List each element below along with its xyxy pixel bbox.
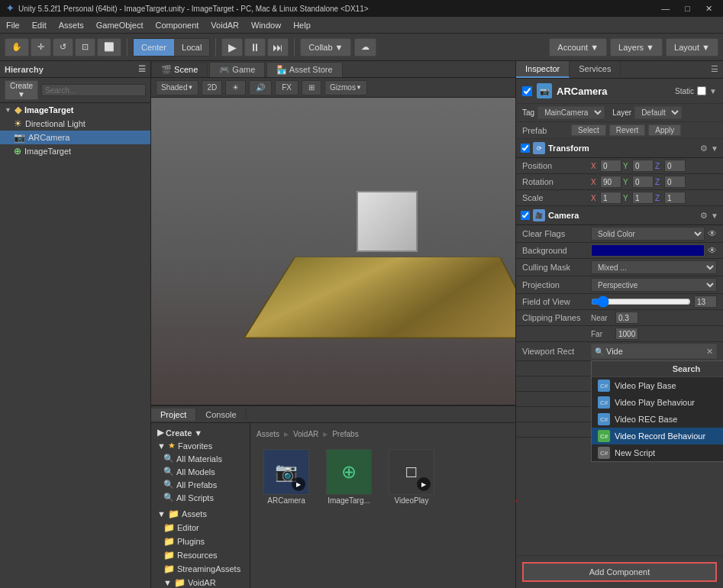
transform-active[interactable] bbox=[521, 144, 530, 153]
add-component-btn[interactable]: Add Component bbox=[522, 562, 717, 582]
menu-item-file[interactable]: File bbox=[0, 19, 26, 31]
inspector-tab[interactable]: Inspector bbox=[516, 61, 570, 78]
sidebar-plugins[interactable]: 📁 Plugins bbox=[154, 535, 247, 548]
rot-x-input[interactable]: 90 bbox=[600, 176, 621, 188]
hierarchy-item-imagetarget[interactable]: ⊕ ImageTarget bbox=[0, 144, 150, 158]
projection-select[interactable]: Perspective bbox=[591, 278, 717, 292]
fx-btn[interactable]: FX bbox=[275, 80, 299, 95]
scale-tool[interactable]: ⊡ bbox=[75, 38, 95, 57]
move-tool[interactable]: ✛ bbox=[31, 38, 51, 57]
hand-tool[interactable]: ✋ bbox=[5, 38, 29, 57]
menu-item-voidar[interactable]: VoidAR bbox=[205, 19, 245, 31]
tag-select[interactable]: MainCamera bbox=[537, 106, 605, 119]
menu-item-help[interactable]: Help bbox=[287, 19, 317, 31]
culling-select[interactable]: Mixed ... bbox=[591, 260, 717, 274]
play-button[interactable]: ▶ bbox=[221, 38, 243, 57]
pause-button[interactable]: ⏸ bbox=[244, 38, 266, 57]
fov-slider[interactable] bbox=[591, 297, 691, 306]
hierarchy-create-btn[interactable]: Create ▼ bbox=[5, 80, 38, 100]
layout-button[interactable]: Layout ▼ bbox=[666, 38, 718, 57]
pos-z-input[interactable]: 0 bbox=[664, 160, 686, 172]
speaker-btn[interactable]: 🔊 bbox=[249, 80, 272, 95]
local-btn[interactable]: Local bbox=[174, 39, 209, 56]
menu-item-component[interactable]: Component bbox=[149, 19, 205, 31]
hierarchy-item-arcamera[interactable]: 📷 ARCamera bbox=[0, 131, 150, 144]
fov-number[interactable]: 13 bbox=[694, 296, 717, 308]
rect-tool[interactable]: ⬜ bbox=[97, 38, 121, 57]
sidebar-favorites[interactable]: ▼ ★ Favorites bbox=[154, 439, 247, 452]
clear-flags-eye-icon[interactable]: 👁 bbox=[708, 228, 717, 239]
cloud-button[interactable]: ☁ bbox=[354, 38, 376, 57]
asset-imagetarget[interactable]: ⊕ ImageTarg... bbox=[322, 449, 376, 505]
hierarchy-item-root[interactable]: ▼ ◆ ImageTarget bbox=[0, 103, 150, 117]
sidebar-assets[interactable]: ▼ 📁 Assets bbox=[154, 507, 247, 521]
scale-z-input[interactable]: 1 bbox=[664, 192, 686, 204]
menu-item-edit[interactable]: Edit bbox=[26, 19, 53, 31]
transform-gear-icon[interactable]: ⚙ bbox=[700, 144, 708, 153]
rot-y-input[interactable]: 0 bbox=[632, 176, 654, 188]
near-input[interactable]: 0.3 bbox=[615, 312, 638, 324]
new-script-item[interactable]: C# New Script bbox=[592, 444, 723, 461]
project-create-btn[interactable]: ▶ Create ▼ bbox=[154, 426, 247, 439]
asset-arcamera[interactable]: 📷 ▶ ARCamera bbox=[260, 449, 313, 505]
console-tab[interactable]: Console bbox=[196, 409, 246, 421]
camera-gear-icon[interactable]: ⚙ bbox=[700, 211, 708, 221]
pos-y-input[interactable]: 0 bbox=[632, 160, 654, 172]
scene-viewport[interactable]: X Y Z < Persp Camera Preview bbox=[151, 98, 515, 405]
hierarchy-search-input[interactable] bbox=[41, 84, 146, 96]
search-result-videorecordbehaviour[interactable]: C# Video Record Behaviour bbox=[592, 428, 723, 444]
collab-button[interactable]: Collab ▼ bbox=[300, 38, 351, 57]
scene-tab-scene[interactable]: 🎬 Scene bbox=[151, 62, 208, 77]
sidebar-all-scripts[interactable]: 🔍 All Scripts bbox=[154, 491, 247, 504]
static-checkbox[interactable] bbox=[697, 86, 706, 95]
sun-btn[interactable]: ☀ bbox=[225, 80, 246, 95]
static-dropdown[interactable]: ▼ bbox=[709, 87, 717, 95]
search-clear-icon[interactable]: ✕ bbox=[706, 347, 713, 357]
scale-y-input[interactable]: 1 bbox=[632, 192, 654, 204]
inspector-options[interactable]: ☰ bbox=[706, 61, 723, 78]
layers-button[interactable]: Layers ▼ bbox=[610, 38, 663, 57]
component-search-input[interactable] bbox=[606, 347, 706, 356]
camera-header[interactable]: 🎥 Camera ⚙ ▼ bbox=[516, 206, 723, 225]
minimize-button[interactable]: — bbox=[657, 4, 674, 14]
center-btn[interactable]: Center bbox=[134, 39, 174, 56]
sidebar-voidar[interactable]: ▼ 📁 VoidAR bbox=[154, 576, 247, 588]
sidebar-all-prefabs[interactable]: 🔍 All Prefabs bbox=[154, 478, 247, 491]
maximize-button[interactable]: □ bbox=[680, 4, 695, 14]
menu-item-gameobject[interactable]: GameObject bbox=[90, 19, 150, 31]
background-color-swatch[interactable] bbox=[591, 244, 705, 257]
far-input[interactable]: 1000 bbox=[615, 328, 638, 340]
gizmos-btn[interactable]: Gizmos ▼ bbox=[325, 81, 366, 95]
sidebar-all-models[interactable]: 🔍 All Models bbox=[154, 465, 247, 478]
rotate-tool[interactable]: ↺ bbox=[53, 38, 73, 57]
services-tab[interactable]: Services bbox=[570, 61, 621, 78]
pos-x-input[interactable]: 0 bbox=[600, 160, 621, 172]
search-result-videorecbase[interactable]: C# Video REC Base bbox=[592, 411, 723, 428]
layer-select[interactable]: Default bbox=[634, 106, 682, 119]
layers-scene-btn[interactable]: ⊞ bbox=[302, 80, 321, 95]
asset-videoplay[interactable]: □ ▶ VideoPlay bbox=[385, 449, 438, 505]
menu-item-assets[interactable]: Assets bbox=[53, 19, 90, 31]
scene-tab-assetstore[interactable]: 🏪 Asset Store bbox=[266, 62, 342, 77]
hierarchy-item-dirlight[interactable]: ☀ Directional Light bbox=[0, 117, 150, 131]
account-button[interactable]: Account ▼ bbox=[549, 38, 607, 57]
hierarchy-options-icon[interactable]: ☰ bbox=[138, 64, 146, 74]
revert-btn[interactable]: Revert bbox=[609, 124, 645, 136]
scale-x-input[interactable]: 1 bbox=[600, 192, 621, 204]
transform-header[interactable]: ⟳ Transform ⚙ ▼ bbox=[516, 139, 723, 158]
project-tab[interactable]: Project bbox=[151, 409, 196, 421]
apply-btn[interactable]: Apply bbox=[648, 124, 681, 136]
rot-z-input[interactable]: 0 bbox=[664, 176, 686, 188]
hierarchy-tab[interactable]: Hierarchy bbox=[5, 65, 44, 74]
close-button[interactable]: ✕ bbox=[701, 4, 717, 14]
sidebar-all-materials[interactable]: 🔍 All Materials bbox=[154, 452, 247, 465]
sidebar-editor[interactable]: 📁 Editor bbox=[154, 521, 247, 535]
shaded-btn[interactable]: Shaded ▼ bbox=[157, 81, 198, 95]
step-button[interactable]: ⏭ bbox=[267, 38, 289, 57]
scene-tab-game[interactable]: 🎮 Game bbox=[209, 62, 265, 77]
sidebar-streaming[interactable]: 📁 StreamingAssets bbox=[154, 562, 247, 576]
search-result-videoplaybehaviour[interactable]: C# Video Play Behaviour bbox=[592, 394, 723, 411]
camera-active[interactable] bbox=[521, 211, 530, 220]
menu-item-window[interactable]: Window bbox=[245, 19, 287, 31]
object-active-checkbox[interactable] bbox=[522, 86, 532, 96]
